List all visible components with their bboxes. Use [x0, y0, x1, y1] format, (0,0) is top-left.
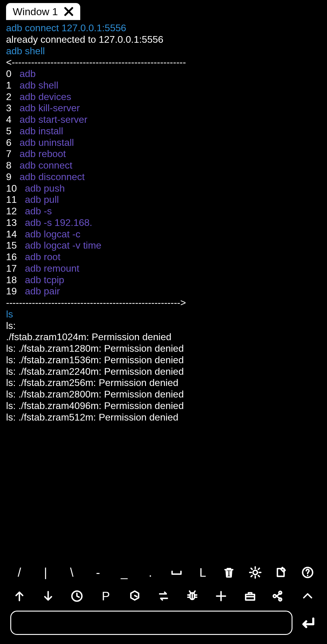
toolbar-row-1: /|\-_.L: [6, 562, 321, 583]
arrow-up-icon[interactable]: [10, 588, 28, 605]
suggestion-line[interactable]: 9 adb disconnect: [6, 171, 321, 183]
close-icon[interactable]: [63, 5, 75, 18]
suggestion-line[interactable]: 18 adb tcpip: [6, 274, 321, 286]
suggestion-line[interactable]: 17 adb remount: [6, 263, 321, 274]
terminal-line: ls: ./fstab.zram2800m: Permission denied: [6, 389, 321, 400]
bug-icon[interactable]: [183, 588, 201, 605]
tab-label: Window 1: [13, 6, 58, 18]
help-icon[interactable]: [299, 564, 317, 581]
terminal-line: ls: ./fstab.zram256m: Permission denied: [6, 377, 321, 389]
slash-key[interactable]: /: [10, 564, 28, 581]
trash-icon[interactable]: [220, 564, 238, 581]
suggestion-line[interactable]: 4 adb start-server: [6, 114, 321, 126]
suggestion-line[interactable]: 14 adb logcat -c: [6, 229, 321, 240]
backslash-key[interactable]: \: [63, 564, 81, 581]
settings-icon[interactable]: [246, 564, 264, 581]
suggestion-line[interactable]: 2 adb devices: [6, 91, 321, 103]
toolbar-row-2: P: [6, 586, 321, 606]
terminal-line: ----------------------------------------…: [6, 297, 321, 309]
suggestion-line[interactable]: 0 adb: [6, 68, 321, 80]
swap-icon[interactable]: [154, 588, 173, 605]
suggestion-line[interactable]: 1 adb shell: [6, 80, 321, 91]
suggestion-line[interactable]: 11 adb pull: [6, 194, 321, 206]
terminal-line: adb shell: [6, 45, 321, 57]
suggestion-line[interactable]: 5 adb install: [6, 126, 321, 137]
suggestion-line[interactable]: 3 adb kill-server: [6, 102, 321, 114]
underscore-key[interactable]: _: [115, 564, 133, 581]
pipe-key[interactable]: |: [37, 564, 55, 581]
terminal-line: ./fstab.zram1024m: Permission denied: [6, 331, 321, 343]
suggestion-line[interactable]: 19 adb pair: [6, 286, 321, 297]
terminal-line: adb connect 127.0.0.1:5556: [6, 22, 321, 34]
enter-button[interactable]: [299, 614, 317, 631]
dot-key[interactable]: .: [141, 564, 160, 581]
terminal-line: already connected to 127.0.0.1:5556: [6, 34, 321, 45]
terminal-output[interactable]: adb connect 127.0.0.1:5556already connec…: [6, 22, 321, 560]
dash-key[interactable]: -: [89, 564, 107, 581]
plus-icon[interactable]: [212, 588, 230, 605]
terminal-line: ls: ./fstab.zram1536m: Permission denied: [6, 354, 321, 366]
edit-icon[interactable]: [272, 564, 290, 581]
p-key[interactable]: P: [97, 588, 115, 605]
terminal-line: ls: ./fstab.zram2240m: Permission denied: [6, 366, 321, 377]
command-input[interactable]: [10, 611, 292, 635]
clock-icon[interactable]: [68, 588, 86, 605]
arrow-down-icon[interactable]: [39, 588, 57, 605]
terminal-line: ls: ./fstab.zram4096m: Permission denied: [6, 400, 321, 412]
terminal-line: ls: ./fstab.zram512m: Permission denied: [6, 412, 321, 423]
suggestion-line[interactable]: 8 adb connect: [6, 160, 321, 171]
terminal-line: <---------------------------------------…: [6, 57, 321, 68]
space-key[interactable]: [167, 564, 186, 581]
suggestion-line[interactable]: 13 adb -s 192.168.: [6, 217, 321, 229]
suggestion-line[interactable]: 15 adb logcat -v time: [6, 240, 321, 251]
suggestion-line[interactable]: 7 adb reboot: [6, 148, 321, 160]
suggestion-line[interactable]: 16 adb root: [6, 251, 321, 263]
chevron-up-icon[interactable]: [299, 588, 317, 605]
hex-icon[interactable]: [126, 588, 144, 605]
suggestion-line[interactable]: 6 adb uninstall: [6, 137, 321, 149]
suggestion-line[interactable]: 12 adb -s: [6, 206, 321, 217]
suggestion-line[interactable]: 10 adb push: [6, 183, 321, 194]
terminal-line: ls: [6, 309, 321, 320]
share-icon[interactable]: [270, 588, 288, 605]
l-key[interactable]: L: [194, 564, 212, 581]
briefcase-icon[interactable]: [241, 588, 259, 605]
window-tab[interactable]: Window 1: [6, 3, 80, 20]
terminal-line: ls:: [6, 320, 321, 332]
terminal-line: ls: ./fstab.zram1280m: Permission denied: [6, 343, 321, 354]
